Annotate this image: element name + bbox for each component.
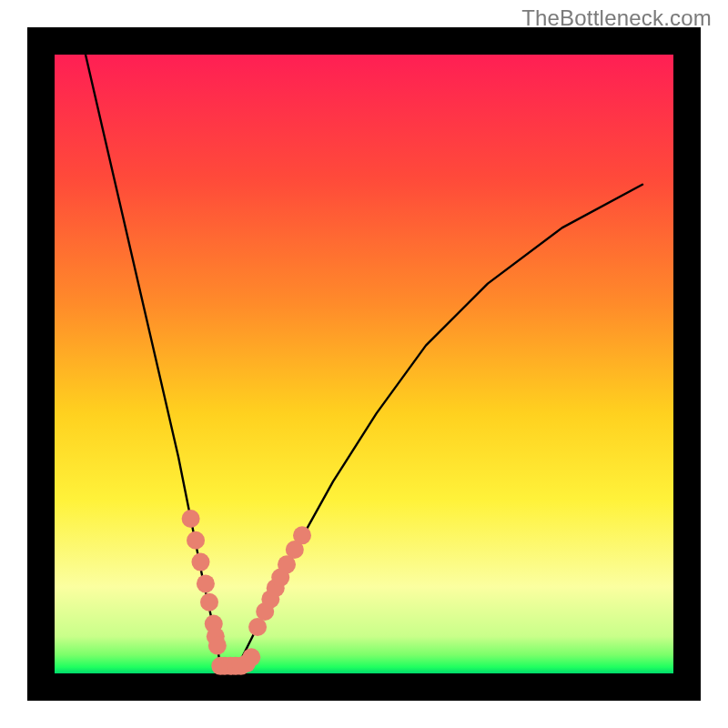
chart-background-gradient bbox=[55, 55, 673, 673]
highlight-dot bbox=[197, 574, 215, 592]
highlight-dot bbox=[293, 526, 311, 544]
highlight-dot bbox=[208, 636, 227, 654]
highlight-dot bbox=[191, 553, 209, 571]
highlight-dot bbox=[187, 531, 205, 550]
highlight-dot bbox=[182, 510, 200, 528]
chart-container: { "watermark": "TheBottleneck.com", "cha… bbox=[0, 0, 728, 728]
highlight-dot bbox=[242, 648, 260, 666]
bottleneck-chart bbox=[27, 27, 701, 701]
highlight-dot bbox=[248, 618, 267, 636]
highlight-dot bbox=[200, 593, 218, 612]
